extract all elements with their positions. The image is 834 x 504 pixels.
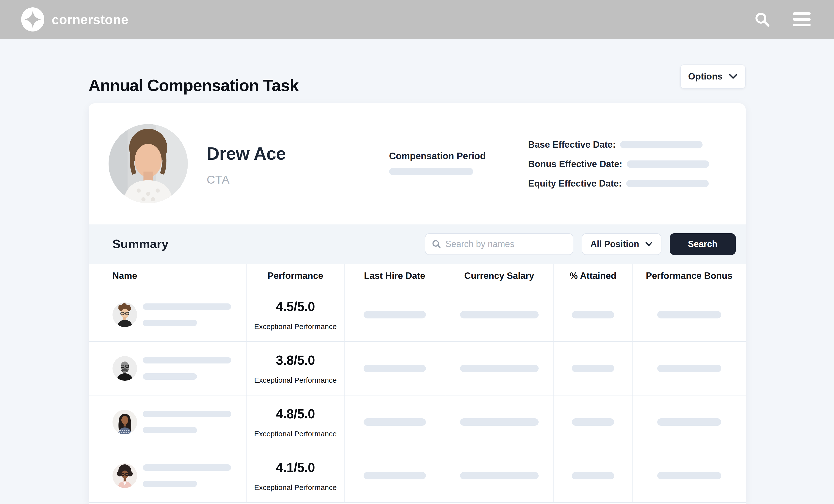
performance-score: 3.8/5.0 (276, 353, 315, 368)
name-cell (89, 449, 246, 502)
menu-icon[interactable] (793, 12, 811, 27)
currency-salary-placeholder (460, 418, 539, 426)
compensation-card: Drew Ace CTA Compensation Period Base Ef… (89, 103, 746, 504)
compensation-period-placeholder (389, 168, 473, 175)
brand: cornerstone (21, 7, 129, 32)
avatar (109, 124, 188, 203)
table-row: 4.5/5.0 Exceptional Performance (89, 288, 746, 342)
performance-bonus-cell (632, 342, 746, 395)
search-icon (432, 239, 441, 249)
performance-label: Exceptional Performance (254, 376, 336, 385)
name-cell (89, 395, 246, 448)
attained-placeholder (572, 311, 614, 319)
performance-cell: 4.1/5.0 Exceptional Performance (246, 449, 344, 502)
last-hire-date-cell (344, 449, 445, 502)
position-filter-select[interactable]: All Position (582, 233, 661, 255)
performance-score: 4.1/5.0 (276, 460, 315, 475)
performance-cell: 4.5/5.0 Exceptional Performance (246, 288, 344, 341)
search-button[interactable]: Search (670, 233, 736, 255)
col-name: Name (89, 264, 246, 288)
performance-bonus-placeholder (657, 472, 721, 479)
col-attained: % Attained (553, 264, 632, 288)
performance-label: Exceptional Performance (254, 430, 336, 438)
compensation-period-label: Compensation Period (389, 151, 486, 161)
name-cell (89, 288, 246, 341)
performance-bonus-cell (632, 288, 746, 341)
currency-salary-placeholder (460, 472, 539, 479)
avatar (112, 463, 137, 488)
options-button[interactable]: Options (680, 64, 746, 89)
profile-section: Drew Ace CTA Compensation Period Base Ef… (89, 103, 746, 224)
date-row: Equity Effective Date: (528, 178, 709, 189)
currency-salary-cell (445, 342, 553, 395)
page-title: Annual Compensation Task (89, 76, 299, 95)
currency-salary-placeholder (460, 311, 539, 319)
attained-placeholder (572, 365, 614, 372)
search-input[interactable] (445, 239, 566, 249)
options-button-label: Options (688, 71, 723, 82)
col-currency-salary: Currency Salary (445, 264, 553, 288)
table-row: 3.8/5.0 Exceptional Performance (89, 342, 746, 395)
bonus-effective-date-label: Bonus Effective Date: (528, 159, 622, 169)
table-row: 4.8/5.0 Exceptional Performance (89, 395, 746, 449)
performance-bonus-cell (632, 395, 746, 448)
performance-bonus-cell (632, 449, 746, 502)
col-last-hire-date: Last Hire Date (344, 264, 445, 288)
search-icon[interactable] (754, 11, 770, 27)
name-placeholder (143, 357, 231, 380)
brand-name: cornerstone (52, 12, 129, 27)
date-row: Base Effective Date: (528, 139, 709, 150)
chevron-down-icon (729, 73, 737, 80)
page-head: Annual Compensation Task Options (89, 39, 746, 103)
last-hire-date-placeholder (364, 311, 426, 319)
performance-score: 4.5/5.0 (276, 299, 315, 314)
attained-placeholder (572, 418, 614, 426)
performance-cell: 4.8/5.0 Exceptional Performance (246, 395, 344, 448)
currency-salary-placeholder (460, 365, 539, 372)
currency-salary-cell (445, 288, 553, 341)
performance-bonus-placeholder (657, 418, 721, 426)
performance-cell: 3.8/5.0 Exceptional Performance (246, 342, 344, 395)
attained-cell (553, 449, 632, 502)
currency-salary-cell (445, 449, 553, 502)
avatar (112, 356, 137, 381)
col-performance: Performance (246, 264, 344, 288)
topbar: cornerstone (0, 0, 834, 39)
last-hire-date-cell (344, 342, 445, 395)
table-header: Name Performance Last Hire Date Currency… (89, 264, 746, 288)
summary-tools: All Position Search (425, 233, 736, 255)
performance-bonus-placeholder (657, 311, 721, 319)
last-hire-date-placeholder (364, 472, 426, 479)
avatar (112, 303, 137, 327)
effective-dates: Base Effective Date: Bonus Effective Dat… (528, 139, 709, 189)
topbar-actions (754, 11, 811, 27)
performance-score: 4.8/5.0 (276, 406, 315, 421)
name-cell (89, 342, 246, 395)
equity-effective-date-label: Equity Effective Date: (528, 178, 622, 189)
summary-heading: Summary (112, 237, 169, 251)
employee-name: Drew Ace (207, 144, 286, 163)
attained-placeholder (572, 472, 614, 479)
chevron-down-icon (645, 241, 653, 247)
attained-cell (553, 395, 632, 448)
search-box[interactable] (425, 233, 573, 255)
name-placeholder (143, 303, 231, 326)
cornerstone-logo-icon (21, 7, 45, 32)
name-placeholder (143, 411, 231, 433)
avatar (112, 410, 137, 434)
date-row: Bonus Effective Date: (528, 159, 709, 170)
bonus-effective-date-placeholder (627, 160, 709, 168)
col-performance-bonus: Performance Bonus (632, 264, 746, 288)
last-hire-date-cell (344, 395, 445, 448)
performance-bonus-placeholder (657, 365, 721, 372)
performance-label: Exceptional Performance (254, 483, 336, 492)
performance-label: Exceptional Performance (254, 322, 336, 331)
name-placeholder (143, 464, 231, 487)
base-effective-date-placeholder (620, 141, 703, 148)
currency-salary-cell (445, 395, 553, 448)
base-effective-date-label: Base Effective Date: (528, 139, 616, 150)
last-hire-date-placeholder (364, 418, 426, 426)
employee-role: CTA (207, 173, 230, 186)
attained-cell (553, 288, 632, 341)
last-hire-date-placeholder (364, 365, 426, 372)
